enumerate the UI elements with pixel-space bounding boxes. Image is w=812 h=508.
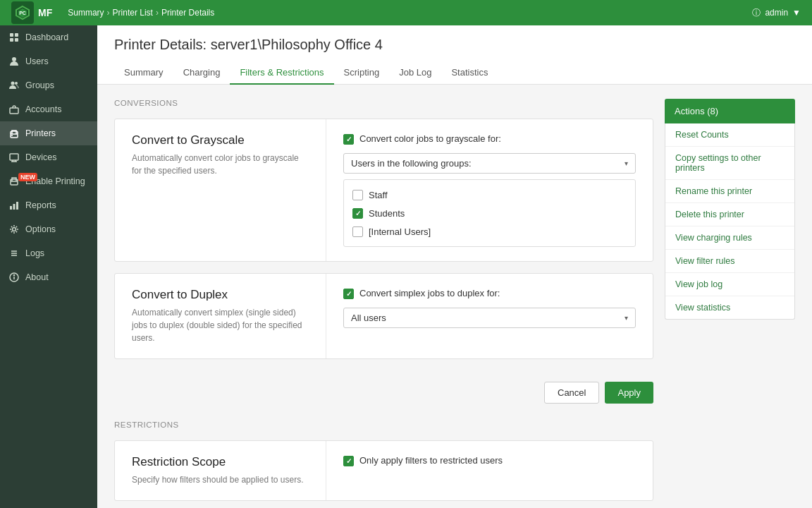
sidebar-item-accounts[interactable]: Accounts bbox=[0, 97, 97, 121]
sidebar-label: Groups bbox=[25, 80, 54, 90]
grayscale-checkbox-row: ✓ Convert color jobs to grayscale for: bbox=[343, 133, 636, 145]
grayscale-right: ✓ Convert color jobs to grayscale for: U… bbox=[326, 119, 653, 261]
topbar-admin[interactable]: ⓘ admin ▼ bbox=[752, 7, 801, 19]
svg-rect-13 bbox=[10, 154, 18, 160]
svg-rect-16 bbox=[13, 204, 16, 210]
apply-button[interactable]: Apply bbox=[605, 382, 653, 404]
grayscale-dropdown[interactable]: Users in the following groups: ▾ bbox=[343, 153, 636, 174]
content-main: Conversions Convert to Grayscale Automat… bbox=[114, 99, 653, 508]
sidebar-item-printers[interactable]: Printers bbox=[0, 121, 97, 145]
breadcrumb-printer-list[interactable]: Printer List bbox=[113, 8, 153, 18]
actions-list: Reset Counts Copy settings to other prin… bbox=[665, 123, 795, 320]
grayscale-checkbox[interactable]: ✓ bbox=[343, 134, 354, 145]
grayscale-desc: Automatically convert color jobs to gray… bbox=[132, 152, 309, 177]
info-icon bbox=[8, 272, 20, 283]
duplex-cols: Convert to Duplex Automatically convert … bbox=[115, 274, 653, 358]
sidebar-label: Accounts bbox=[25, 104, 61, 114]
sidebar-item-users[interactable]: Users bbox=[0, 49, 97, 73]
new-badge: NEW bbox=[18, 173, 37, 181]
duplex-title: Convert to Duplex bbox=[132, 288, 309, 302]
tab-scripting[interactable]: Scripting bbox=[334, 61, 390, 85]
help-icon: ⓘ bbox=[752, 7, 761, 19]
restriction-scope-checkbox[interactable]: ✓ bbox=[343, 456, 354, 466]
check-mark: ✓ bbox=[346, 290, 352, 298]
group-students: ✓ Students bbox=[352, 204, 627, 222]
layout: Dashboard Users Groups Accounts Printers bbox=[0, 25, 812, 508]
sidebar-item-reports[interactable]: Reports bbox=[0, 193, 97, 217]
briefcase-icon bbox=[8, 104, 20, 115]
people-icon bbox=[8, 80, 20, 91]
action-view-statistics[interactable]: View statistics bbox=[665, 296, 794, 319]
content-area: Conversions Convert to Grayscale Automat… bbox=[97, 85, 812, 508]
svg-rect-3 bbox=[10, 33, 13, 37]
grayscale-section: Convert to Grayscale Automatically conve… bbox=[114, 119, 653, 262]
svg-point-9 bbox=[15, 82, 18, 85]
check-mark: ✓ bbox=[355, 210, 361, 217]
logo-text: MF bbox=[38, 8, 52, 18]
action-reset-counts[interactable]: Reset Counts bbox=[665, 123, 794, 147]
restriction-scope-checkbox-row: ✓ Only apply filters to restricted users bbox=[343, 455, 636, 466]
logo-area: PC MF bbox=[11, 1, 52, 24]
duplex-checkbox-label: Convert simplex jobs to duplex for: bbox=[359, 288, 500, 298]
sidebar-label: Dashboard bbox=[25, 32, 68, 42]
sidebar-label: Devices bbox=[25, 152, 56, 162]
restriction-scope-section: Restriction Scope Specify how filters sh… bbox=[114, 440, 653, 501]
duplex-left: Convert to Duplex Automatically convert … bbox=[115, 274, 326, 358]
topbar-left: PC MF Summary › Printer List › Printer D… bbox=[11, 1, 214, 24]
students-checkbox[interactable]: ✓ bbox=[352, 208, 363, 219]
action-delete-printer[interactable]: Delete this printer bbox=[665, 203, 794, 226]
sidebar-item-dashboard[interactable]: Dashboard bbox=[0, 25, 97, 49]
internal-users-checkbox[interactable] bbox=[352, 226, 363, 237]
svg-point-8 bbox=[11, 82, 15, 85]
page-title: Printer Details: server1\Philosophy Offi… bbox=[114, 37, 795, 53]
tab-summary[interactable]: Summary bbox=[114, 61, 173, 85]
main-content: Printer Details: server1\Philosophy Offi… bbox=[97, 25, 812, 508]
papercut-logo-icon: PC bbox=[15, 5, 30, 20]
breadcrumb: Summary › Printer List › Printer Details bbox=[68, 8, 214, 18]
check-mark: ✓ bbox=[346, 457, 352, 465]
action-copy-settings[interactable]: Copy settings to other printers bbox=[665, 147, 794, 180]
sidebar-label: Logs bbox=[25, 248, 44, 258]
topbar: PC MF Summary › Printer List › Printer D… bbox=[0, 0, 812, 25]
check-mark: ✓ bbox=[346, 135, 352, 143]
duplex-dropdown-value: All users bbox=[351, 313, 386, 323]
duplex-checkbox[interactable]: ✓ bbox=[343, 289, 354, 299]
grayscale-groups-list: Staff ✓ Students [I bbox=[343, 179, 636, 247]
svg-rect-6 bbox=[15, 38, 18, 42]
grayscale-checkbox-label: Convert color jobs to grayscale for: bbox=[359, 133, 501, 144]
action-view-charging-rules[interactable]: View charging rules bbox=[665, 226, 794, 250]
sidebar-item-about[interactable]: About bbox=[0, 265, 97, 289]
tab-filters-restrictions[interactable]: Filters & Restrictions bbox=[230, 61, 333, 85]
action-view-filter-rules[interactable]: View filter rules bbox=[665, 250, 794, 273]
sidebar-label: About bbox=[25, 272, 49, 282]
staff-label: Staff bbox=[369, 190, 388, 200]
internal-users-label: [Internal Users] bbox=[369, 226, 431, 237]
sidebar-label: Options bbox=[25, 224, 56, 234]
breadcrumb-printers[interactable]: Summary bbox=[68, 8, 104, 18]
sidebar-item-logs[interactable]: Logs bbox=[0, 241, 97, 265]
actions-header: Actions (8) bbox=[665, 99, 795, 123]
tab-statistics[interactable]: Statistics bbox=[441, 61, 498, 85]
tab-charging[interactable]: Charging bbox=[173, 61, 230, 85]
admin-chevron-icon: ▼ bbox=[792, 8, 801, 18]
sidebar-item-devices[interactable]: Devices bbox=[0, 145, 97, 169]
grayscale-dropdown-value: Users in the following groups: bbox=[351, 158, 472, 169]
action-view-job-log[interactable]: View job log bbox=[665, 273, 794, 296]
svg-point-24 bbox=[14, 275, 15, 276]
svg-rect-12 bbox=[11, 135, 13, 137]
cancel-button[interactable]: Cancel bbox=[544, 382, 599, 404]
grayscale-title: Convert to Grayscale bbox=[132, 133, 309, 147]
sidebar-item-options[interactable]: Options bbox=[0, 217, 97, 241]
sidebar-label: Users bbox=[25, 56, 49, 66]
gear-icon bbox=[8, 224, 20, 235]
tab-job-log[interactable]: Job Log bbox=[389, 61, 441, 85]
action-rename-printer[interactable]: Rename this printer bbox=[665, 180, 794, 203]
duplex-dropdown[interactable]: All users ▾ bbox=[343, 308, 636, 328]
sidebar-item-enable-printing[interactable]: Enable Printing NEW bbox=[0, 169, 97, 193]
svg-rect-14 bbox=[11, 181, 18, 185]
group-staff: Staff bbox=[352, 186, 627, 204]
sidebar-label: Reports bbox=[25, 200, 56, 210]
staff-checkbox[interactable] bbox=[352, 190, 363, 200]
restriction-scope-label: Only apply filters to restricted users bbox=[359, 455, 503, 466]
sidebar-item-groups[interactable]: Groups bbox=[0, 73, 97, 97]
